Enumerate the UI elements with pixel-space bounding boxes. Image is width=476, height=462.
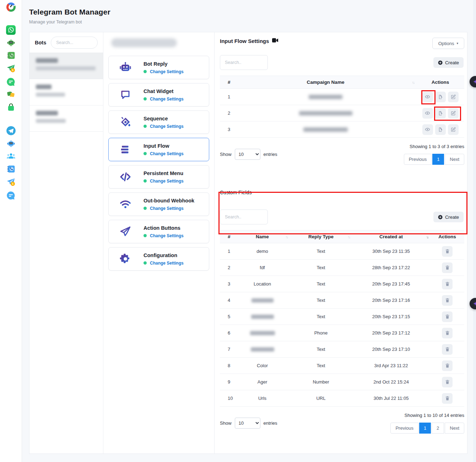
settings-card-persistent-menu[interactable]: Persistent Menu Change Settings (108, 165, 209, 189)
entries-label: entries (264, 152, 277, 157)
field-name-redacted (251, 298, 274, 303)
outbound-webhook-icon (118, 197, 133, 212)
delete-button[interactable] (442, 377, 453, 387)
edit-button[interactable] (448, 124, 459, 135)
settings-card-outbound-webhook[interactable]: Out-bound Webhook Change Settings (108, 192, 209, 216)
bot-list-item[interactable] (29, 79, 103, 105)
settings-card-action-buttons[interactable]: Action Buttons Change Settings (108, 220, 209, 243)
page-1-button[interactable]: 1 (432, 154, 444, 165)
page-size-select[interactable]: 10 (235, 418, 260, 429)
next-page-button[interactable]: Next (445, 154, 464, 165)
delete-button[interactable] (442, 262, 453, 273)
bot-list-item[interactable] (29, 53, 103, 79)
table-row: 2 (220, 105, 464, 121)
edit-button[interactable] (448, 108, 459, 119)
row-number: 5 (220, 314, 235, 319)
settings-card-configuration[interactable]: Configuration Change Settings (108, 247, 209, 271)
settings-card-input-flow[interactable]: Input Flow Change Settings (108, 138, 209, 161)
telegram-icon[interactable] (6, 126, 16, 136)
input-flow-search-input[interactable] (220, 55, 268, 70)
change-settings-link[interactable]: Change Settings (150, 179, 184, 184)
export-button[interactable] (435, 108, 446, 119)
export-button[interactable] (435, 124, 446, 135)
previous-page-button[interactable]: Previous (390, 423, 418, 434)
change-settings-link[interactable]: Change Settings (150, 206, 184, 211)
export-button[interactable] (435, 92, 446, 102)
delete-button[interactable] (442, 279, 453, 289)
column-header-campaign-name[interactable]: Campaign Name ↑↓ (235, 80, 416, 85)
card-title: Out-bound Webhook (144, 198, 194, 203)
view-button[interactable] (422, 108, 433, 119)
whatsapp-broadcast-icon[interactable]: 1 (6, 63, 16, 73)
telegram-broadcast-icon[interactable]: 1 (6, 177, 16, 187)
settings-card-chat-widget[interactable]: Chat Widget Change Settings (108, 83, 209, 107)
view-button[interactable] (422, 92, 433, 102)
field-name: Ager (235, 379, 290, 385)
sort-icon-descending[interactable]: ↑↓ (426, 235, 428, 239)
sort-icon[interactable]: ↑↓ (348, 235, 350, 239)
row-number: 10 (220, 396, 235, 401)
options-button[interactable]: Options▾ (432, 38, 464, 49)
caret-down-icon: ▾ (456, 42, 458, 45)
delete-button[interactable] (442, 344, 453, 355)
delete-button[interactable] (442, 311, 453, 322)
page-size-select[interactable]: 10 (235, 149, 260, 160)
custom-fields-create-button[interactable]: Create (433, 212, 464, 222)
bots-label: Bots (35, 40, 46, 45)
bot-list-item[interactable] (29, 105, 103, 132)
previous-page-button[interactable]: Previous (404, 154, 432, 165)
delete-button[interactable] (442, 360, 453, 371)
column-header-reply-type[interactable]: Reply Type ↑↓ (290, 234, 352, 239)
settings-card-sequence[interactable]: Sequence Change Settings (108, 110, 209, 134)
store-icon[interactable] (6, 102, 16, 112)
row-number: 1 (220, 249, 235, 254)
edit-button[interactable] (448, 92, 459, 102)
whatsapp-icon[interactable] (6, 25, 16, 35)
created-at: 20th Sep 23 17:16 (352, 298, 430, 303)
settings-card-bot-reply[interactable]: Bot Reply Change Settings (108, 56, 209, 79)
input-flow-create-button[interactable]: Create (433, 57, 464, 68)
reply-type: Text (290, 265, 352, 270)
delete-button[interactable] (442, 328, 453, 338)
dashboard-icon[interactable] (6, 2, 16, 12)
row-number: 8 (220, 363, 235, 368)
status-dot (144, 152, 147, 155)
page-1-button[interactable]: 1 (419, 423, 431, 434)
column-header-created-at[interactable]: Created at ↑↓ (352, 234, 430, 239)
entries-summary: Showing 1 to 3 of 3 entries (410, 144, 464, 149)
row-number: 3 (220, 127, 235, 132)
column-header-num[interactable]: # (220, 80, 235, 85)
video-camera-icon[interactable] (272, 38, 278, 44)
sort-icon[interactable]: ↑↓ (412, 80, 415, 85)
change-settings-link[interactable]: Change Settings (150, 233, 184, 238)
row-number: 1 (220, 94, 235, 99)
delete-button[interactable] (442, 393, 453, 404)
bots-search-input[interactable] (51, 37, 98, 49)
telegram-bot-icon[interactable] (6, 138, 16, 148)
scrollbar-track[interactable] (473, 0, 476, 462)
integrations-icon[interactable] (6, 89, 16, 99)
column-header-name[interactable]: Name ↑↓ (235, 234, 290, 239)
bots-panel: Bots (29, 32, 103, 453)
change-settings-link[interactable]: Change Settings (150, 151, 184, 156)
row-number: 6 (220, 330, 235, 336)
telegram-contacts-icon[interactable] (6, 164, 16, 174)
delete-button[interactable] (442, 295, 453, 306)
change-settings-link[interactable]: Change Settings (150, 124, 184, 129)
delete-button[interactable] (442, 246, 453, 257)
whatsapp-chat-icon[interactable] (6, 77, 16, 87)
custom-fields-search-input[interactable] (220, 210, 268, 224)
change-settings-link[interactable]: Change Settings (150, 69, 184, 74)
telegram-chat-icon[interactable] (6, 190, 16, 200)
telegram-groups-icon[interactable] (6, 151, 16, 161)
page-2-button[interactable]: 2 (432, 423, 444, 434)
sort-icon[interactable]: ↑↓ (286, 235, 288, 239)
next-page-button[interactable]: Next (445, 423, 464, 434)
change-settings-link[interactable]: Change Settings (150, 97, 184, 102)
card-title: Input Flow (144, 143, 184, 149)
view-button[interactable] (422, 124, 433, 135)
change-settings-link[interactable]: Change Settings (150, 261, 184, 266)
whatsapp-contacts-icon[interactable] (6, 50, 16, 60)
whatsapp-bot-icon[interactable] (6, 38, 16, 48)
column-header-num[interactable]: # (220, 234, 235, 239)
